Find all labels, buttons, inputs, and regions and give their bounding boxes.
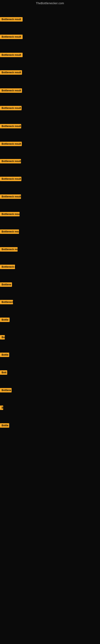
bottleneck-badge[interactable]: Bottle (0, 318, 10, 322)
bottleneck-badge[interactable]: Bo (0, 335, 5, 340)
site-title: TheBottlenecker.com (0, 0, 100, 6)
bottleneck-result-item: Bottleneck resul (0, 247, 18, 252)
bottleneck-result-item: Bottlene (0, 282, 12, 288)
bottleneck-result-item: Bottleneck result (0, 17, 23, 22)
bottleneck-badge[interactable]: Bottleneck (0, 300, 13, 304)
bottleneck-result-item: B (0, 406, 3, 411)
bottleneck-badge[interactable]: Bottleneck result (0, 106, 22, 110)
bottleneck-badge[interactable]: Bottleneck result (0, 177, 21, 181)
bottleneck-badge[interactable]: Bottleneck result (0, 142, 22, 146)
bottleneck-result-item: Bott (0, 370, 7, 376)
bottleneck-badge[interactable]: Bottleneck result (0, 17, 23, 22)
bottleneck-result-item: Bottleneck result (0, 194, 21, 200)
bottleneck-badge[interactable]: Bottleneck result (0, 159, 21, 164)
bottleneck-result-item: Bottleneck result (0, 230, 19, 235)
bottleneck-badge[interactable]: Bottle (0, 352, 9, 357)
bottleneck-badge[interactable]: Bottleneck result (0, 124, 21, 128)
bottleneck-badge[interactable]: Bottleneck result (0, 230, 19, 234)
bottleneck-badge[interactable]: Bottleneck resul (0, 212, 20, 216)
bottleneck-result-item: Bottle (0, 352, 9, 358)
bottleneck-result-item: Bottleneck result (0, 177, 21, 182)
bottleneck-result-item: Bottle (0, 423, 9, 428)
bottleneck-result-item: Bottleneck result (0, 106, 22, 111)
bottleneck-badge[interactable]: B (0, 406, 3, 410)
bottleneck-result-item: Bo (0, 335, 5, 340)
bottleneck-result-item: Bottleneck result (0, 34, 23, 40)
bottleneck-badge[interactable]: Bottleneck resul (0, 247, 18, 252)
bottleneck-result-item: Bottlene (0, 388, 12, 393)
bottleneck-badge[interactable]: Bottlene (0, 388, 12, 392)
bottleneck-badge[interactable]: Bott (0, 370, 7, 375)
bottleneck-badge[interactable]: Bottleneck result (0, 88, 22, 93)
bottleneck-badge[interactable]: Bottleneck result (0, 53, 23, 57)
bottleneck-badge[interactable]: Bottlene (0, 282, 12, 287)
bottleneck-result-item: Bottleneck (0, 300, 13, 305)
bottleneck-result-item: Bottleneck result (0, 159, 21, 164)
bottleneck-result-item: Bottleneck result (0, 142, 22, 147)
bottleneck-result-item: Bottleneck resul (0, 212, 20, 217)
bottleneck-badge[interactable]: Bottleneck result (0, 34, 23, 39)
bottleneck-result-item: Bottleneck result (0, 124, 21, 129)
bottleneck-badge[interactable]: Bottleneck result (0, 70, 22, 75)
bottleneck-badge[interactable]: Bottleneck result (0, 194, 21, 199)
bottleneck-badge[interactable]: Bottle (0, 423, 9, 428)
bottleneck-badge[interactable]: Bottleneck r (0, 265, 15, 269)
bottleneck-result-item: Bottleneck result (0, 53, 23, 58)
bottleneck-result-item: Bottleneck result (0, 88, 22, 94)
bottleneck-result-item: Bottleneck r (0, 265, 15, 270)
bottleneck-result-item: Bottle (0, 318, 10, 323)
bottleneck-result-item: Bottleneck result (0, 70, 22, 76)
